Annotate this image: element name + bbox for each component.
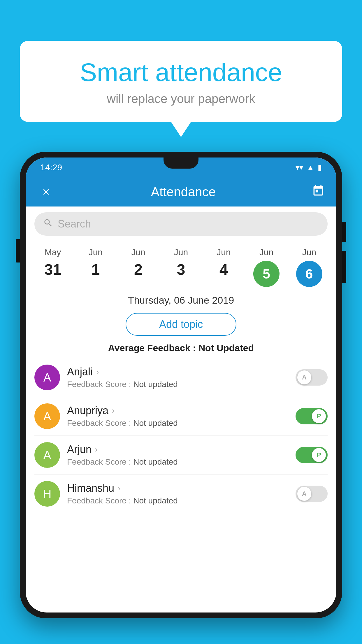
date-col[interactable]: Jun6 xyxy=(292,247,327,287)
student-name: Anupriya › xyxy=(67,405,289,417)
student-item[interactable]: AAnjali ›Feedback Score : Not updatedA xyxy=(34,358,328,397)
student-info: Himanshu ›Feedback Score : Not updated xyxy=(67,482,289,505)
student-item[interactable]: AAnupriya ›Feedback Score : Not updatedP xyxy=(34,397,328,436)
chevron-icon: › xyxy=(95,445,98,454)
date-month: Jun xyxy=(259,247,273,257)
chevron-icon: › xyxy=(112,406,115,415)
date-col[interactable]: May31 xyxy=(35,247,70,287)
date-month: Jun xyxy=(302,247,316,257)
toggle-knob: P xyxy=(312,448,326,462)
date-month: Jun xyxy=(174,247,188,257)
battery-icon: ▮ xyxy=(318,163,322,172)
speech-bubble: Smart attendance will replace your paper… xyxy=(20,41,342,122)
search-icon xyxy=(43,218,53,230)
app-header: × Attendance xyxy=(26,177,336,206)
date-day: 31 xyxy=(44,261,61,278)
date-day: 1 xyxy=(91,261,100,278)
date-day: 5 xyxy=(253,261,280,287)
selected-date: Thursday, 06 June 2019 xyxy=(26,290,336,309)
date-col[interactable]: Jun3 xyxy=(164,247,198,287)
student-info: Anjali ›Feedback Score : Not updated xyxy=(67,366,289,389)
toggle-knob: A xyxy=(297,487,311,501)
wifi-icon: ▾▾ xyxy=(296,163,303,172)
date-month: Jun xyxy=(217,247,231,257)
avatar: A xyxy=(34,403,60,429)
attendance-toggle[interactable]: A xyxy=(296,486,328,502)
status-icons: ▾▾ ▲ ▮ xyxy=(296,163,322,172)
side-btn-right-1 xyxy=(342,222,346,242)
search-input[interactable]: Search xyxy=(58,218,91,230)
student-item[interactable]: AArjun ›Feedback Score : Not updatedP xyxy=(34,436,328,475)
phone-screen: 14:29 ▾▾ ▲ ▮ × Attendance xyxy=(26,158,336,612)
date-col[interactable]: Jun2 xyxy=(121,247,156,287)
student-info: Anupriya ›Feedback Score : Not updated xyxy=(67,405,289,428)
toggle-switch[interactable]: A xyxy=(296,369,328,386)
date-day: 3 xyxy=(177,261,185,278)
phone-container: 14:29 ▾▾ ▲ ▮ × Attendance xyxy=(20,152,342,644)
date-selector: May31Jun1Jun2Jun3Jun4Jun5Jun6 xyxy=(26,242,336,290)
chevron-icon: › xyxy=(118,484,120,493)
avatar: A xyxy=(34,365,60,390)
avatar: A xyxy=(34,442,60,468)
date-col[interactable]: Jun4 xyxy=(206,247,241,287)
side-btn-left xyxy=(16,239,20,262)
toggle-switch[interactable]: A xyxy=(296,486,328,502)
date-col[interactable]: Jun1 xyxy=(78,247,113,287)
add-topic-button[interactable]: Add topic xyxy=(126,313,236,336)
student-name: Himanshu › xyxy=(67,482,289,494)
status-time: 14:29 xyxy=(40,162,62,172)
speech-bubble-container: Smart attendance will replace your paper… xyxy=(20,41,342,122)
signal-icon: ▲ xyxy=(307,163,314,172)
phone-outer: 14:29 ▾▾ ▲ ▮ × Attendance xyxy=(20,152,342,618)
attendance-toggle[interactable]: A xyxy=(296,369,328,386)
date-day: 6 xyxy=(296,261,322,287)
student-name: Anjali › xyxy=(67,366,289,378)
attendance-toggle[interactable]: P xyxy=(296,408,328,424)
student-item[interactable]: HHimanshu ›Feedback Score : Not updatedA xyxy=(34,475,328,513)
toggle-switch[interactable]: P xyxy=(296,447,328,463)
close-button[interactable]: × xyxy=(37,185,55,199)
feedback-score: Feedback Score : Not updated xyxy=(67,457,289,467)
attendance-toggle[interactable]: P xyxy=(296,447,328,463)
chevron-icon: › xyxy=(96,367,99,377)
student-info: Arjun ›Feedback Score : Not updated xyxy=(67,443,289,467)
date-month: May xyxy=(45,247,61,257)
app-title: Attendance xyxy=(151,185,216,199)
phone-notch xyxy=(164,158,198,169)
date-month: Jun xyxy=(89,247,103,257)
date-month: Jun xyxy=(131,247,145,257)
avatar: H xyxy=(34,481,60,507)
search-bar[interactable]: Search xyxy=(34,212,328,236)
student-list: AAnjali ›Feedback Score : Not updatedAAA… xyxy=(26,358,336,513)
date-day: 4 xyxy=(219,261,228,278)
student-name: Arjun › xyxy=(67,443,289,456)
toggle-knob: P xyxy=(312,409,326,423)
bubble-title: Smart attendance xyxy=(37,58,325,87)
toggle-knob: A xyxy=(297,370,311,384)
feedback-score: Feedback Score : Not updated xyxy=(67,496,289,505)
toggle-switch[interactable]: P xyxy=(296,408,328,424)
date-col[interactable]: Jun5 xyxy=(249,247,284,287)
calendar-icon[interactable] xyxy=(312,184,325,200)
side-btn-right-2 xyxy=(342,251,346,283)
date-day: 2 xyxy=(134,261,143,278)
feedback-score: Feedback Score : Not updated xyxy=(67,419,289,428)
avg-feedback: Average Feedback : Not Updated xyxy=(26,340,336,358)
bubble-subtitle: will replace your paperwork xyxy=(37,92,325,106)
feedback-score: Feedback Score : Not updated xyxy=(67,380,289,389)
